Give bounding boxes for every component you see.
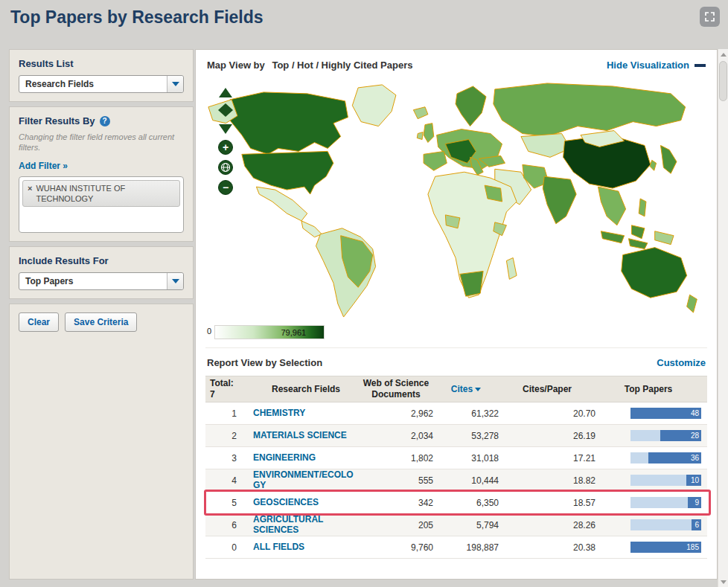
top-papers-bar: 6 [630,519,701,530]
row-cites: 61,322 [433,408,499,419]
world-map[interactable]: + − [205,77,707,323]
add-filter-link[interactable]: Add Filter » [19,161,68,171]
field-link[interactable]: ALL FIELDS [253,542,304,553]
row-rank: 6 [205,520,237,530]
scrollbar-down-button[interactable] [718,577,728,587]
top-papers-bar: 28 [630,430,701,441]
row-cites: 6,350 [433,498,499,508]
row-docs: 555 [359,475,433,486]
row-cites: 53,278 [433,431,499,441]
table-row: 6 AGRICULTURAL SCIENCES 205 5,794 28.26 … [205,514,707,536]
hide-visualization-link[interactable]: Hide Visualization [607,60,706,71]
field-link[interactable]: ENGINEERING [253,453,316,463]
country-new-zealand [687,295,697,312]
row-docs: 205 [359,520,433,530]
expand-icon [704,11,715,22]
row-cpp: 26.19 [499,431,596,441]
zoom-in-button[interactable]: + [218,140,233,155]
table-row: 3 ENGINEERING 1,802 31,018 17.21 36 [205,447,707,469]
report-table-body: 1 CHEMISTRY 2,962 61,322 20.70 48 2 MATE… [205,402,707,559]
region-central-america [301,221,322,237]
legend-min-value: 0 [207,325,211,336]
bar-value: 48 [691,409,699,417]
save-criteria-button[interactable]: Save Criteria [65,312,137,332]
region-southeast-asia [598,187,625,225]
map-legend: 0 79,961 [207,325,707,341]
row-cpp: 20.38 [499,542,596,553]
page-scrollbar[interactable] [718,49,728,587]
world-map-svg [205,77,707,323]
cites-sort-header[interactable]: Cites [451,384,481,395]
row-rank: 5 [205,498,237,508]
field-link[interactable]: ENVIRONMENT/ECOLOGY [253,470,359,491]
scrollbar-up-button[interactable] [718,49,728,60]
results-list-selected: Research Fields [25,79,94,89]
table-header-row: Total: 7 Research Fields Web of Science … [205,376,707,402]
country-spain [424,151,447,170]
dropdown-arrow [167,76,183,92]
pan-down-icon[interactable] [219,124,232,134]
cites-per-paper-header: Cites/Paper [499,384,596,395]
top-papers-bar: 185 [630,542,701,553]
bar-fill: 9 [688,497,701,508]
main-panel: Map View by Top / Hot / Highly Cited Pap… [195,49,718,580]
field-link[interactable]: AGRICULTURAL SCIENCES [253,515,359,536]
country-korea [650,160,657,170]
bar-value: 28 [691,432,699,440]
row-cites: 31,018 [433,453,499,463]
row-docs: 1,802 [359,453,433,463]
row-cpp: 28.26 [499,520,596,530]
clear-button[interactable]: Clear [19,312,59,332]
pan-horizontal-icon[interactable] [218,103,233,117]
scrollbar-thumb[interactable] [719,61,727,101]
table-row: 0 ALL FIELDS 9,760 198,887 20.38 185 [205,536,707,559]
row-rank: 0 [205,542,237,553]
include-results-select[interactable]: Top Papers [19,272,184,290]
country-canada [229,92,348,154]
bar-fill: 28 [660,430,701,441]
research-fields-header: Research Fields [237,384,359,394]
island-new-guinea [655,231,674,245]
include-results-selected: Top Papers [25,276,73,286]
pan-up-icon[interactable] [219,88,232,97]
map-pan-control[interactable] [216,87,235,135]
chevron-down-icon [172,279,179,283]
total-header: Total: 7 [205,378,237,400]
globe-icon [220,162,231,173]
row-cpp: 18.57 [499,498,596,508]
row-cpp: 18.82 [499,475,596,486]
table-row: 4 ENVIRONMENT/ECOLOGY 555 10,444 18.82 1… [205,469,707,492]
country-japan [660,145,676,173]
country-philippines [639,199,646,216]
help-icon[interactable]: ? [100,116,110,126]
dropdown-arrow [167,273,183,289]
row-rank: 4 [205,475,237,486]
country-south-africa [460,271,483,296]
bar-value: 9 [695,498,699,507]
bar-fill: 10 [686,475,701,486]
field-link[interactable]: GEOSCIENCES [253,498,319,508]
expand-button[interactable] [700,7,720,27]
country-indonesia-east [629,239,648,249]
country-russia [494,83,686,137]
country-australia [622,248,687,298]
globe-reset-button[interactable] [218,160,233,175]
zoom-out-button[interactable]: − [218,180,233,195]
sidebar: Results List Research Fields Filter Resu… [9,49,194,580]
results-list-select[interactable]: Research Fields [19,75,184,93]
filter-chip: × WUHAN INSTITUTE OF TECHNOLOGY [22,180,180,208]
row-rank: 1 [205,408,237,419]
field-link[interactable]: MATERIALS SCIENCE [253,431,347,441]
row-cites: 198,887 [433,542,499,553]
country-indonesia-west [601,231,624,243]
top-papers-header: Top Papers [596,384,707,394]
remove-filter-icon[interactable]: × [28,183,32,193]
map-view-value: Top / Hot / Highly Cited Papers [272,60,412,71]
chevron-down-icon [172,82,179,86]
bar-value: 10 [691,476,699,484]
field-link[interactable]: CHEMISTRY [253,408,305,419]
filter-note: Changing the filter field removes all cu… [19,132,184,153]
customize-link[interactable]: Customize [657,357,706,368]
legend-gradient-bar: 79,961 [214,325,325,339]
bar-fill: 6 [692,519,701,530]
